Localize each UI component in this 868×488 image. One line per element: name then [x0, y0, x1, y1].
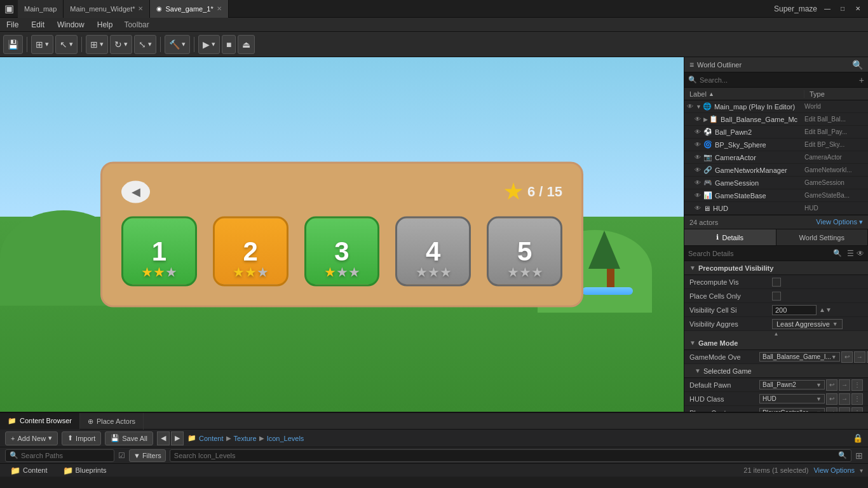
precomputed-visibility-header[interactable]: ▼ Precomputed Visibility — [684, 261, 868, 275]
menu-edit[interactable]: Edit — [25, 18, 51, 32]
eye-icon-hud[interactable]: 👁 — [695, 205, 701, 212]
outliner-row-sky-sphere[interactable]: 👁 🌀 BP_Sky_Sphere Edit BP_Sky... — [684, 139, 868, 151]
dp-menu-btn[interactable]: ⋮ — [851, 379, 863, 391]
precompute-vis-checkbox[interactable] — [772, 278, 781, 287]
menu-file[interactable]: File — [0, 18, 25, 32]
tab-place-actors[interactable]: ⊕ Place Actors — [80, 413, 144, 430]
outliner-row-camera[interactable]: 👁 📷 CameraActor CameraActor — [684, 151, 868, 164]
details-search-input[interactable] — [688, 250, 831, 257]
player-controller-dropdown[interactable]: PlayerController ▼ — [759, 408, 825, 412]
eye-icon-sky-sphere[interactable]: 👁 — [695, 141, 701, 148]
breadcrumb-content[interactable]: Content — [199, 435, 224, 442]
viewport[interactable]: ◀ ★ 6 / 15 1 ★ ★ ★ 2 — [0, 57, 684, 412]
hud-class-dropdown[interactable]: HUD ▼ — [759, 394, 825, 403]
place-cells-checkbox[interactable] — [772, 292, 781, 301]
close-button[interactable]: ✕ — [853, 4, 863, 14]
gamemode-nav-btn[interactable]: → — [854, 351, 865, 363]
view-options-icon[interactable]: ⊞ — [855, 451, 863, 461]
outliner-row-world[interactable]: 👁 ▼ 🌐 Main_map (Play In Editor) World — [684, 100, 868, 113]
breadcrumb-icon-levels[interactable]: Icon_Levels — [267, 435, 304, 442]
dp-reset-btn[interactable]: ↩ — [826, 379, 837, 391]
outliner-row-ball-balanse[interactable]: 👁 ▶ 📋 Ball_Balanse_Game_Mc Edit Ball_Bal… — [684, 113, 868, 126]
outliner-view-options[interactable]: View Options ▾ — [816, 218, 863, 226]
eye-icon-world[interactable]: 👁 — [687, 103, 693, 110]
icon-search-input[interactable] — [174, 452, 836, 459]
tab-main-menu-widget-close[interactable]: ✕ — [138, 5, 143, 12]
eye-icon-gamesession[interactable]: 👁 — [695, 179, 701, 186]
level-5-button[interactable]: 5 ★ ★ ★ — [487, 217, 562, 287]
toolbar-modes-btn[interactable]: ⊞ ▾ — [31, 35, 53, 54]
tab-save-game[interactable]: ◉ Save_game_1* ✕ — [150, 0, 228, 18]
search-paths-input[interactable] — [21, 452, 110, 459]
outliner-row-gamestatebase[interactable]: 👁 📊 GameStateBase GameStateBa... — [684, 189, 868, 202]
filters-button[interactable]: ▼ Filters — [129, 449, 166, 462]
toolbar-eject-btn[interactable]: ⏏ — [238, 35, 255, 54]
cb-lock-icon[interactable]: 🔒 — [853, 433, 863, 443]
toolbar-snap-btn[interactable]: ⊞ ▾ — [86, 35, 108, 54]
pc-menu-btn[interactable]: ⋮ — [851, 407, 863, 412]
level-2-button[interactable]: 2 ★ ★ ★ — [213, 217, 288, 287]
tab-content-browser[interactable]: 📁 Content Browser — [0, 413, 80, 430]
menu-help[interactable]: Help — [91, 18, 119, 32]
outliner-row-ball-pawn2[interactable]: 👁 ⚽ Ball_Pawn2 Edit Ball_Pay... — [684, 126, 868, 139]
checkbox-icon[interactable]: ☑ — [118, 451, 125, 460]
eye-icon-ball-pawn2[interactable]: 👁 — [695, 128, 701, 135]
breadcrumb-texture[interactable]: Texture — [234, 435, 257, 442]
toolbar-save-btn[interactable]: 💾 — [3, 35, 23, 54]
eye-icon-camera[interactable]: 👁 — [695, 154, 701, 161]
hud-nav-btn[interactable]: → — [839, 393, 850, 405]
menu-window[interactable]: Window — [51, 18, 91, 32]
toolbar-build-btn[interactable]: 🔨 ▾ — [165, 35, 190, 54]
maximize-button[interactable]: □ — [837, 4, 848, 14]
tab-world-settings[interactable]: World Settings — [776, 229, 869, 245]
eye-icon-gamenetwork[interactable]: 👁 — [695, 166, 701, 173]
toolbar-select-btn[interactable]: ↖ ▾ — [55, 35, 78, 54]
level-3-button[interactable]: 3 ★ ★ ★ — [304, 217, 380, 287]
add-new-button[interactable]: + Add New ▾ — [5, 431, 58, 445]
back-button[interactable]: ◀ — [121, 180, 150, 203]
toolbar-scale-btn[interactable]: ⤡ ▾ — [134, 35, 156, 54]
nav-forward-arrow[interactable]: ▶ — [171, 431, 184, 445]
minimize-button[interactable]: — — [822, 4, 832, 14]
outliner-search-btn[interactable]: 🔍 — [852, 60, 863, 70]
level-4-button[interactable]: 4 ★ ★ ★ — [395, 217, 471, 287]
folder-content[interactable]: 📁 Content — [5, 464, 53, 477]
vis-aggress-dropdown[interactable]: Least Aggressive ▼ — [772, 319, 843, 329]
default-pawn-dropdown[interactable]: Ball_Pawn2 ▼ — [759, 380, 825, 390]
outliner-row-gamesession[interactable]: 👁 🎮 GameSession GameSession — [684, 177, 868, 189]
outliner-add-icon[interactable]: + — [859, 75, 864, 85]
tab-main-menu-widget[interactable]: Main_menu_Widget* ✕ — [64, 0, 150, 18]
tab-save-game-close[interactable]: ✕ — [217, 5, 222, 12]
icon-search-btn[interactable]: 🔍 — [838, 451, 847, 459]
details-list-view-icon[interactable]: ☰ — [847, 249, 854, 258]
level-1-button[interactable]: 1 ★ ★ ★ — [121, 217, 197, 287]
vis-cell-input[interactable] — [772, 305, 817, 315]
eye-icon-ball-balanse[interactable]: 👁 — [695, 116, 701, 123]
view-options-text[interactable]: View Options — [813, 466, 855, 474]
gamemode-override-dropdown[interactable]: Ball_Balanse_Game_I... ▼ — [759, 352, 840, 362]
save-all-button[interactable]: 💾 Save All — [105, 431, 153, 445]
game-mode-header[interactable]: ▼ Game Mode — [684, 336, 868, 350]
gamemode-reset-btn[interactable]: ↩ — [841, 351, 853, 363]
hud-reset-btn[interactable]: ↩ — [826, 393, 837, 405]
outliner-row-gamenetwork[interactable]: 👁 🔗 GameNetworkManager GameNetworkl... — [684, 164, 868, 177]
level-2-star-1: ★ — [233, 266, 243, 280]
dp-nav-btn[interactable]: → — [839, 379, 850, 391]
eye-icon-gamestatebase[interactable]: 👁 — [695, 192, 701, 199]
nav-back-arrow[interactable]: ◀ — [157, 431, 170, 445]
folder-content-icon: 📁 — [10, 466, 20, 475]
toolbar-play-btn[interactable]: ▶ ▾ — [198, 35, 220, 54]
pc-reset-btn[interactable]: ↩ — [826, 407, 837, 412]
outliner-row-hud[interactable]: 👁 🖥 HUD HUD — [684, 202, 868, 215]
import-button[interactable]: ⬆ Import — [62, 431, 101, 445]
folder-blueprints[interactable]: 📁 Blueprints — [58, 464, 112, 477]
tab-details[interactable]: ℹ Details — [684, 229, 776, 245]
details-eye-icon[interactable]: 👁 — [857, 249, 864, 258]
toolbar-rotate-btn[interactable]: ↻ ▾ — [110, 35, 132, 54]
hud-menu-btn[interactable]: ⋮ — [851, 393, 863, 405]
pc-nav-btn[interactable]: → — [839, 407, 850, 412]
selected-game-header[interactable]: ▼ Selected Game — [684, 364, 868, 378]
outliner-search-input[interactable] — [700, 76, 857, 84]
tab-main-map[interactable]: Main_map — [18, 0, 64, 18]
toolbar-stop-btn[interactable]: ■ — [222, 35, 236, 54]
